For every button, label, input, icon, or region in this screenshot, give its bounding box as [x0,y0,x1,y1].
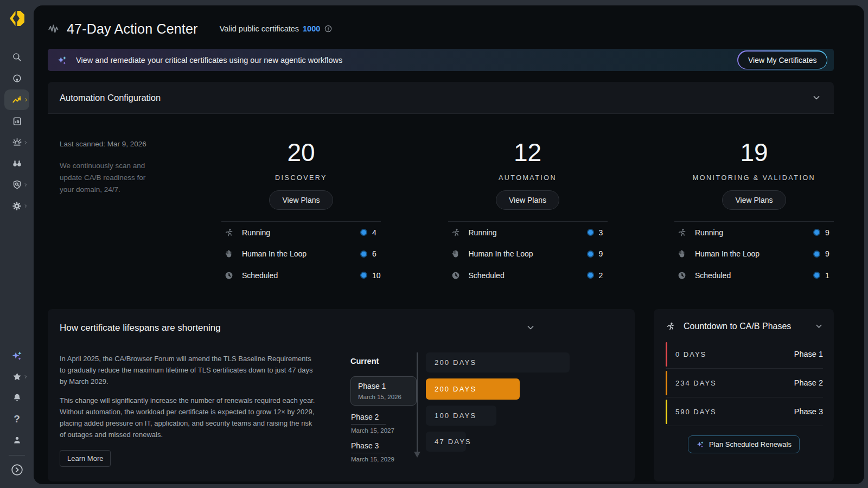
stat-row-running: Running 3 [448,222,608,243]
sidebar-item-notifications[interactable] [5,387,29,408]
section-title: Automation Configuration [60,93,161,103]
column-label: AUTOMATION [499,174,557,182]
sparkle-icon [56,55,67,66]
phase-timeline-list: Current Phase 1 March 15, 2026 Phase 2 M… [350,357,417,470]
status-dot [360,251,367,258]
page-title: 47-Day Action Center [67,21,198,37]
sidebar-item-target[interactable] [5,68,29,89]
lifespans-paragraph-2: This change will significantly increase … [60,395,319,440]
timeline-arrow [417,352,418,452]
stat-value: 2 [599,271,608,280]
countdown-row-phase-1: 0 DAYS Phase 1 [666,340,823,369]
chevron-down-icon[interactable] [814,321,824,331]
automation-configuration-card: Automation Configuration Last scanned: M… [48,82,834,286]
chevron-right-icon [24,98,29,102]
automation-column-discovery: 20 DISCOVERY View Plans Running 4 Human … [221,140,381,286]
chevron-down-icon[interactable] [525,322,536,333]
status-dot [587,251,594,258]
stat-value: 9 [599,249,608,258]
chevron-right-icon [23,140,28,145]
running-icon [677,228,687,237]
chevron-right-icon [23,374,28,379]
app-logo[interactable] [7,9,27,28]
sidebar-item-inspection[interactable] [5,174,29,195]
status-dot [813,229,820,236]
sidebar-item-help[interactable]: ? [5,408,29,429]
chevron-right-icon [23,203,28,208]
status-dot [360,229,367,236]
sidebar-item-discovery[interactable] [5,153,29,174]
info-icon[interactable] [324,24,333,33]
report-chart-icon [12,116,22,126]
plan-scheduled-renewals-button[interactable]: Plan Scheduled Renewals [688,435,800,453]
lifespan-bar: 200 DAYS [426,352,570,373]
sidebar-item-alerts[interactable] [5,132,29,153]
running-icon [451,228,461,237]
stat-row-scheduled: Scheduled 10 [221,265,381,286]
automation-column-monitoring: 19 MONITORING & VALIDATION View Plans Ru… [674,140,834,286]
stat-value: 3 [599,228,608,237]
scan-description: We continuously scan and update CA/B rea… [60,160,157,196]
stat-row-human: Human In the Loop 6 [221,243,381,265]
view-plans-button[interactable]: View Plans [496,190,559,210]
scan-info: Last scanned: Mar 9, 2026 We continuousl… [48,140,221,286]
stat-row-human: Human In the Loop 9 [448,243,608,265]
phase-item-2[interactable]: Phase 2 March 15, 2027 [350,413,417,434]
lifespan-bars: 200 DAYS 200 DAYS 100 DAYS 47 DAYS [426,352,570,458]
main-window: 47-Day Action Center Valid public certif… [34,5,864,484]
learn-more-button[interactable]: Learn More [60,450,111,467]
column-label: MONITORING & VALIDATION [693,174,815,182]
sidebar: ? [0,0,34,488]
countdown-panel: Countdown to CA/B Phases 0 DAYS Phase 1 … [654,309,834,481]
view-plans-button[interactable]: View Plans [269,190,333,210]
sidebar-expand-button[interactable] [5,459,29,480]
help-icon: ? [14,413,20,425]
hand-icon [677,249,687,259]
phase-item-1[interactable]: Phase 1 March 15, 2026 [350,376,417,406]
chevron-down-icon[interactable] [811,92,822,103]
view-my-certificates-button[interactable]: View My Certificates [737,50,827,69]
status-dot [360,272,367,279]
stat-row-running: Running 4 [221,222,381,243]
lifespan-bar: 100 DAYS [426,406,496,426]
sidebar-item-reports[interactable] [5,111,29,132]
page-header: 47-Day Action Center Valid public certif… [48,5,834,48]
sidebar-item-search[interactable] [5,47,29,68]
status-dot [587,229,594,236]
running-icon [666,322,675,331]
gear-icon [11,201,22,211]
phase-color-bar [666,400,667,424]
phase-item-3[interactable]: Phase 3 March 15, 2029 [350,441,417,463]
sidebar-item-ai[interactable] [5,345,29,366]
search-icon [12,52,22,62]
sidebar-divider [9,455,25,455]
alarm-icon [12,137,22,147]
lifespan-bar: 47 DAYS [426,432,466,452]
bell-icon [12,393,22,403]
sidebar-item-favorites[interactable] [5,366,29,387]
pulse-icon [48,23,60,35]
agentic-workflows-banner: View and remediate your critical certifi… [48,49,834,71]
clock-icon [451,271,461,280]
countdown-title: Countdown to CA/B Phases [684,322,814,331]
stat-row-human: Human In the Loop 9 [674,243,834,265]
banner-message: View and remediate your critical certifi… [76,56,342,65]
ai-sparkles-icon [11,350,23,362]
column-label: DISCOVERY [275,174,327,182]
clock-icon [677,271,687,280]
automation-column-automation: 12 AUTOMATION View Plans Running 3 Human… [448,140,608,286]
sidebar-item-settings[interactable] [5,195,29,216]
stat-value: 6 [372,249,381,258]
plan-count: 12 [514,140,541,165]
lifespans-text: In April 2025, the CA/Browser Forum will… [60,354,319,467]
sidebar-item-profile[interactable] [5,429,29,451]
shield-search-icon [12,179,22,190]
target-icon [12,73,22,84]
status-dot [587,272,594,279]
sidebar-item-action-center[interactable] [4,89,29,110]
view-plans-button[interactable]: View Plans [722,190,786,210]
stat-value: 4 [372,228,381,237]
automation-configuration-header[interactable]: Automation Configuration [48,82,834,114]
valid-certs-count[interactable]: 1000 [303,24,320,33]
phase-color-bar [666,371,667,395]
